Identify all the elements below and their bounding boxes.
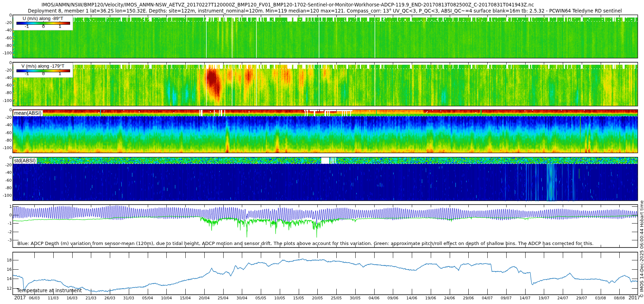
xtick-year-right: 2017 [629,295,640,300]
ytick-panel5-1: 1 [9,204,12,209]
ytick-panel1--60: -60 [5,35,12,40]
figure-title-line1: IMOS/ANMN/NSW/BMP120/Velocity/IMOS_ANMN-… [42,2,534,8]
colorbar-tick [60,21,60,22]
ytick-panel6-18: 18 [7,258,12,263]
ytick-panel5--2: -2 [8,229,12,234]
ytick-panel2-0: 0 [9,60,12,65]
ytick-panel4-0: 0 [9,155,12,160]
xtick-date-25-04: 25/04 [218,296,229,300]
ytick-panel5-0: 0 [9,212,12,217]
colorbar-label-0: 0 [42,24,45,29]
xtick-date-29-06: 29/06 [463,296,474,300]
ytick-panel2--80: -80 [5,90,12,95]
colorbar-tick [60,69,60,70]
legend-u-title: U (m/s) along -89°T [14,16,73,21]
xtick-date-09-07: 09/07 [501,296,512,300]
xtick-date-14-06: 14/06 [406,296,418,300]
xtick-date-06-03: 06/03 [29,296,40,300]
ytick-panel4--60: -60 [5,178,12,182]
colorbar-tick [27,21,27,22]
ytick-panel3--20: -20 [5,115,12,120]
ytick-panel3--80: -80 [5,138,12,142]
xtick-date-30-05: 30/05 [350,296,361,300]
xtick-date-14-07: 14/07 [519,296,531,300]
xtick-date-10-05: 10/05 [274,296,285,300]
ytick-panel5--3: -3 [8,238,12,242]
xtick-date-31-03: 31/03 [123,296,134,300]
xtick-date-04-07: 04/07 [482,296,493,300]
xtick-date-20-04: 20/04 [199,296,210,300]
ytick-panel4--20: -20 [5,163,12,167]
xtick-date-03-08: 03/08 [595,296,606,300]
xtick-date-10-04: 10/04 [161,296,172,300]
ytick-panel4--100: -100 [3,193,12,198]
xtick-date-19-07: 19/07 [538,296,550,300]
colorbar-u: -101 [16,22,70,25]
colorbar-tick [27,69,27,70]
xtick-date-04-06: 04/06 [369,296,380,300]
colorbar-label-1: 1 [59,72,62,76]
ytick-panel4--40: -40 [5,170,12,175]
xtick-date-25-05: 25/05 [331,296,342,300]
xtick-date-24-06: 24/06 [444,296,455,300]
ytick-panel1--40: -40 [5,28,12,33]
ytick-panel5--1: -1 [8,221,12,226]
ytick-panel6-14: 14 [7,276,12,281]
ytick-panel3--60: -60 [5,130,12,135]
xtick-date-29-07: 29/07 [576,296,587,300]
xtick-date-16-03: 16/03 [67,296,78,300]
plots-canvas [0,0,644,304]
xtick-year-left: 2017 [14,295,26,300]
temperature-label: Temperature at instrument [17,288,82,293]
ytick-panel3--100: -100 [3,146,12,150]
xtick-date-05-04: 05/04 [142,296,153,300]
xtick-date-26-03: 26/03 [104,296,116,300]
xtick-date-11-03: 11/03 [48,296,59,300]
ytick-panel2--60: -60 [5,83,12,88]
colorbar-label-1: 1 [59,24,62,29]
ytick-panel4--80: -80 [5,185,12,190]
colorbar-label-0: 0 [42,72,45,76]
ytick-panel6-12: 12 [7,286,12,290]
ytick-panel2--20: -20 [5,68,12,72]
xtick-date-30-04: 30/04 [236,296,248,300]
colorbar-tick [43,21,44,22]
ytick-panel1-0: 0 [9,13,12,18]
ytick-panel3--40: -40 [5,123,12,127]
legend-v-velocity: V (m/s) along -179°T -101 [13,63,73,78]
label-mean-absi: mean(ABSI) [13,110,43,117]
label-std-absi: std(ABSI) [13,158,37,164]
adcp-data-plot-figure: IMOS/ANMN/NSW/BMP120/Velocity/IMOS_ANMN-… [0,0,644,304]
xtick-date-15-05: 15/05 [293,296,304,300]
xtick-date-08-08: 08/08 [614,296,625,300]
copyright-vertical-text: © IMOS 14-Dec-2025 06:00:44 Hobart time [639,200,644,298]
legend-v-title: V (m/s) along -179°T [14,64,73,69]
xtick-date-24-07: 24/07 [557,296,569,300]
depth-variation-annotation: Blue: ADCP Depth (m) variation from sens… [18,241,594,246]
xtick-date-09-06: 09/06 [387,296,399,300]
xtick-date-05-05: 05/05 [255,296,267,300]
xtick-date-19-06: 19/06 [425,296,436,300]
ytick-panel2--100: -100 [3,98,12,103]
ytick-panel1--20: -20 [5,20,12,25]
xtick-date-21-03: 21/03 [86,296,97,300]
colorbar-v: -101 [16,69,70,72]
ytick-panel3-0: 0 [9,108,12,112]
ytick-panel1--80: -80 [5,43,12,48]
colorbar-label--1: -1 [25,72,29,76]
ytick-panel6-16: 16 [7,267,12,272]
legend-u-velocity: U (m/s) along -89°T -101 [13,15,73,30]
ytick-panel2--40: -40 [5,75,12,80]
xtick-date-20-05: 20/05 [312,296,323,300]
ytick-panel1--100: -100 [3,51,12,55]
colorbar-tick [43,69,44,70]
figure-title-line2: Deployment 8, member 1 lat=36.2S lon=150… [28,8,622,14]
colorbar-label--1: -1 [25,24,29,29]
xtick-date-15-04: 15/04 [180,296,191,300]
